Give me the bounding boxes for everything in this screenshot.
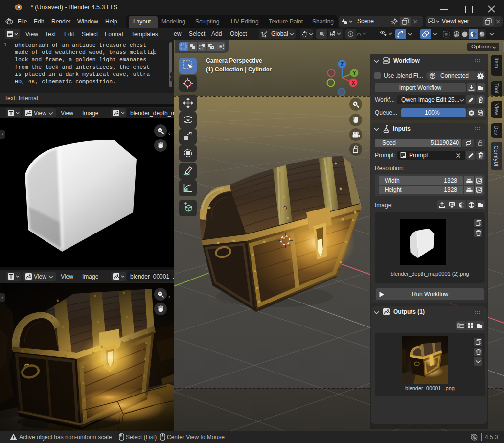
svg-text:Y: Y xyxy=(353,70,356,76)
svg-text:X: X xyxy=(352,80,355,86)
svg-text:Z: Z xyxy=(341,62,344,67)
